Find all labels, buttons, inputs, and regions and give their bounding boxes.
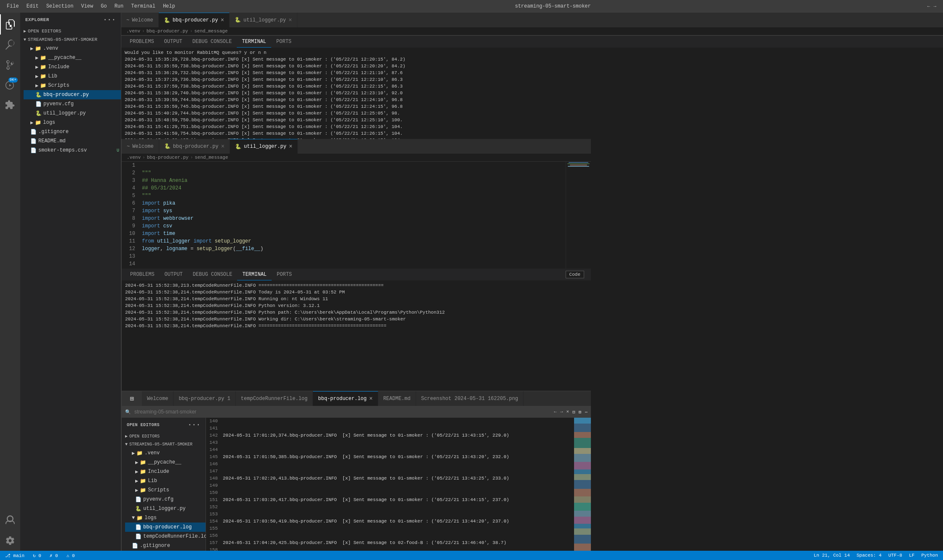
tree-item-util-logger[interactable]: 🐍 util_logger.py bbox=[24, 109, 121, 118]
tab-util-logger[interactable]: 🐍 util_logger.py × bbox=[230, 13, 297, 27]
sync-status[interactable]: ↻ 0 bbox=[31, 553, 43, 558]
menu-file[interactable]: File bbox=[3, 3, 22, 10]
right-tab-bbq[interactable]: 🐍 bbq-producer.py × bbox=[159, 139, 230, 154]
se-include[interactable]: ▶📁 Include bbox=[125, 467, 206, 476]
panel-tab-debug[interactable]: DEBUG CONSOLE bbox=[187, 36, 237, 48]
activity-git[interactable] bbox=[0, 55, 20, 75]
encoding[interactable]: UTF-8 bbox=[887, 553, 904, 558]
menu-help[interactable]: Help bbox=[160, 3, 179, 10]
menu-go[interactable]: Go bbox=[97, 3, 110, 10]
git-branch[interactable]: ⎇ main bbox=[3, 553, 26, 558]
right-panel-tab-output[interactable]: OUTPUT bbox=[160, 269, 188, 280]
rb-tab-bbq1[interactable]: bbq-producer.py 1 bbox=[174, 391, 235, 406]
se-dots[interactable]: ··· bbox=[188, 421, 200, 429]
panel-tab-terminal[interactable]: TERMINAL bbox=[237, 36, 271, 48]
warning-status[interactable]: ⚠ 0 bbox=[65, 553, 77, 558]
tab-close-bbq[interactable]: × bbox=[221, 17, 224, 24]
right-bc-venv[interactable]: .venv bbox=[127, 155, 141, 160]
tree-item-lib[interactable]: ▶ 📁 Lib bbox=[24, 72, 121, 81]
se-bbq-log[interactable]: 📄 bbq-producer.log bbox=[125, 523, 206, 532]
rb-split-icon[interactable]: ⊟ bbox=[572, 409, 575, 415]
right-panel-tab-problems[interactable]: PROBLEMS bbox=[125, 269, 160, 280]
activity-extensions[interactable] bbox=[0, 95, 20, 115]
tab-welcome[interactable]: ~ Welcome bbox=[121, 13, 159, 27]
rb-tab-screenshot[interactable]: Screenshot 2024-05-31 162205.png bbox=[416, 391, 524, 406]
section-open-editors[interactable]: ▶ OPEN EDITORS bbox=[20, 27, 121, 35]
se-project[interactable]: ▼ STREAMING-05-SMART-SMOKER bbox=[122, 440, 206, 448]
rb-log-close[interactable]: × bbox=[369, 395, 373, 402]
error-status[interactable]: ✗ 0 bbox=[48, 553, 60, 558]
tree-item-logs[interactable]: ▶ 📁 logs bbox=[24, 118, 121, 127]
right-code-content[interactable]: """ ## Hanna Anenia ## 05/31/2024 """ im… bbox=[139, 162, 566, 269]
se-scripts[interactable]: ▶📁 Scripts bbox=[125, 485, 206, 495]
se-open-editors[interactable]: ▶ OPEN EDITORS bbox=[122, 432, 206, 440]
menu-view[interactable]: View bbox=[77, 3, 96, 10]
right-top-terminal[interactable]: 2024-05-31 15:52:38,213.tempCodeRunnerFi… bbox=[122, 280, 591, 391]
se-lib[interactable]: ▶📁 Lib bbox=[125, 476, 206, 485]
se-pyvenv[interactable]: 📄 pyvenv.cfg bbox=[125, 495, 206, 504]
nav-forward[interactable]: → bbox=[933, 4, 936, 9]
language-mode[interactable]: Python bbox=[919, 553, 940, 558]
rb-tab-log[interactable]: bbq-producer.log × bbox=[313, 391, 378, 406]
se-pycache[interactable]: ▶📁 __pycache__ bbox=[125, 458, 206, 467]
right-tab-close-util[interactable]: × bbox=[289, 143, 292, 150]
right-tab-welcome[interactable]: ~ Welcome bbox=[122, 139, 159, 154]
right-panel-tab-ports[interactable]: PORTS bbox=[272, 269, 297, 280]
rb-close-search[interactable]: × bbox=[566, 409, 569, 414]
activity-explorer[interactable] bbox=[0, 14, 20, 35]
activity-settings[interactable] bbox=[0, 531, 20, 551]
tree-item-scripts[interactable]: ▶ 📁 Scripts bbox=[24, 81, 121, 90]
code-button[interactable]: Code bbox=[566, 271, 584, 278]
activity-run[interactable]: 9K+ bbox=[0, 75, 20, 95]
se-util-logger[interactable]: 🐍 util_logger.py bbox=[125, 504, 206, 513]
se-temp-code[interactable]: 📄 tempCodeRunnerFile.log bbox=[125, 532, 206, 541]
right-panel-tab-debug[interactable]: DEBUG CONSOLE bbox=[188, 269, 238, 280]
rb-tab-temp[interactable]: tempCodeRunnerFile.log bbox=[236, 391, 313, 406]
right-bc-fn[interactable]: send_message bbox=[195, 155, 228, 160]
right-tab-util[interactable]: 🐍 util_logger.py × bbox=[230, 139, 298, 154]
tree-item-readme[interactable]: 📄 README.md bbox=[24, 136, 121, 146]
right-bc-file[interactable]: bbq-producer.py bbox=[147, 155, 189, 160]
nav-back[interactable]: ← bbox=[927, 4, 930, 9]
terminal-content[interactable]: Would you like to monitor RabbitMQ queue… bbox=[121, 48, 943, 139]
breadcrumb-function[interactable]: send_message bbox=[194, 29, 227, 34]
menu-edit[interactable]: Edit bbox=[23, 3, 42, 10]
breadcrumb-venv[interactable]: .venv bbox=[126, 29, 140, 34]
menu-selection[interactable]: Selection bbox=[43, 3, 77, 10]
tree-item-venv[interactable]: ▶ 📁 .venv bbox=[24, 44, 121, 53]
right-tab-close-bbq[interactable]: × bbox=[221, 143, 224, 150]
right-panel-tab-terminal[interactable]: TERMINAL bbox=[237, 269, 272, 280]
tree-item-include[interactable]: ▶ 📁 Include bbox=[24, 62, 121, 72]
se-logs[interactable]: ▼📁 logs bbox=[125, 513, 206, 523]
menu-run[interactable]: Run bbox=[111, 3, 127, 10]
se-venv[interactable]: ▶📁 .venv bbox=[125, 448, 206, 458]
tree-item-pycache[interactable]: ▶ 📁 __pycache__ bbox=[24, 53, 121, 62]
activity-accounts[interactable] bbox=[0, 510, 20, 531]
rb-explorer-icon[interactable]: ⊞ bbox=[130, 395, 134, 403]
rb-grid-icon[interactable]: ⊞ bbox=[579, 409, 582, 415]
breadcrumb-file[interactable]: bbq-producer.py bbox=[147, 29, 188, 34]
panel-tab-output[interactable]: OUTPUT bbox=[159, 36, 187, 48]
rb-more-icon[interactable]: ⋯ bbox=[585, 409, 588, 415]
rb-search-input[interactable] bbox=[134, 409, 550, 415]
line-ending[interactable]: LF bbox=[907, 553, 916, 558]
tree-item-smoker-temps[interactable]: 📄 smoker-temps.csv U bbox=[24, 146, 121, 155]
tree-item-gitignore[interactable]: 📄 .gitignore bbox=[24, 127, 121, 136]
se-gitignore[interactable]: 📄 .gitignore bbox=[125, 541, 206, 550]
explorer-menu-dots[interactable]: ··· bbox=[103, 16, 116, 24]
rb-nav-back[interactable]: ← bbox=[554, 409, 557, 414]
indentation[interactable]: Spaces: 4 bbox=[855, 553, 883, 558]
tab-close-util[interactable]: × bbox=[289, 17, 292, 24]
rb-nav-forward[interactable]: → bbox=[560, 409, 563, 414]
menu-terminal[interactable]: Terminal bbox=[128, 3, 159, 10]
panel-tab-ports[interactable]: PORTS bbox=[271, 36, 297, 48]
tree-item-pyvenv[interactable]: 📄 pyvenv.cfg bbox=[24, 99, 121, 109]
tree-item-bbq-producer[interactable]: 🐍 bbq-producer.py bbox=[24, 90, 121, 99]
section-project[interactable]: ▼ STREAMING-05-SMART-SMOKER bbox=[20, 35, 121, 44]
cursor-position[interactable]: Ln 21, Col 14 bbox=[812, 553, 852, 558]
panel-tab-problems[interactable]: PROBLEMS bbox=[125, 36, 159, 48]
rb-tab-welcome[interactable]: Welcome bbox=[142, 391, 174, 406]
rb-tab-readme[interactable]: README.md bbox=[378, 391, 416, 406]
log-content[interactable]: 140141142143144 145146147148149 15015115… bbox=[206, 418, 591, 551]
activity-search[interactable] bbox=[0, 35, 20, 55]
